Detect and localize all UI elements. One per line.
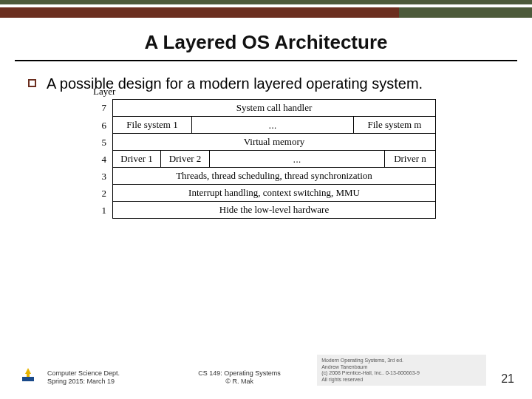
layer-box: Threads, thread scheduling, thread synch…: [112, 168, 436, 185]
layer-box: Driver 2: [161, 151, 210, 168]
decorative-top-bars: [0, 0, 532, 18]
layer-box: File system 1: [112, 117, 192, 134]
layer-diagram: Layer 7 System call handler 6 File syste…: [96, 99, 436, 219]
layer-row-6: 6 File system 1 ... File system m: [96, 117, 436, 134]
layer-number: 1: [96, 205, 112, 216]
layer-box: Driver 1: [112, 151, 161, 168]
footer-dept: Computer Science Dept.: [47, 369, 162, 378]
citation-author: Andrew Tanenbaum: [321, 364, 482, 370]
layer-number: 5: [96, 137, 112, 149]
layer-box: Driver n: [384, 151, 436, 168]
footer-left: Computer Science Dept. Spring 2015: Marc…: [47, 369, 162, 386]
layer-number: 2: [96, 188, 112, 200]
svg-rect-1: [27, 374, 30, 377]
university-logo-icon: [18, 365, 38, 386]
footer-citation: Modern Operating Systems, 3rd ed. Andrew…: [317, 355, 486, 386]
footer-course: CS 149: Operating Systems: [171, 369, 308, 378]
layer-row-7: 7 System call handler: [96, 99, 436, 117]
citation-title: Modern Operating Systems, 3rd ed.: [321, 358, 482, 364]
page-number: 21: [501, 372, 514, 386]
square-bullet-icon: [28, 79, 36, 87]
ellipsis: ...: [192, 117, 353, 134]
layer-box: Interrupt handling, context switching, M…: [112, 185, 436, 202]
layer-number: 3: [96, 171, 112, 183]
layer-row-4: 4 Driver 1 Driver 2 ... Driver n: [96, 151, 436, 168]
footer-center: CS 149: Operating Systems © R. Mak: [171, 369, 308, 386]
layer-row-1: 1 Hide the low-level hardware: [96, 202, 436, 219]
layer-number: 4: [96, 154, 112, 166]
citation-rights: All rights reserved: [321, 377, 482, 383]
slide-title: A Layered OS Architecture: [0, 31, 532, 54]
citation-pub: (c) 2008 Prentice-Hall, Inc.. 0-13-60066…: [321, 370, 482, 376]
ellipsis: ...: [210, 151, 384, 168]
layer-box: Virtual memory: [112, 134, 436, 151]
svg-rect-0: [22, 377, 34, 381]
layer-row-5: 5 Virtual memory: [96, 134, 436, 151]
layer-box: System call handler: [112, 99, 436, 117]
layer-number: 7: [96, 102, 112, 114]
layer-number: 6: [96, 120, 112, 132]
slide-footer: Computer Science Dept. Spring 2015: Marc…: [0, 355, 532, 386]
title-underline: [15, 60, 517, 61]
layer-row-2: 2 Interrupt handling, context switching,…: [96, 185, 436, 202]
footer-author: © R. Mak: [171, 378, 308, 386]
layer-column-heading: Layer: [93, 86, 115, 98]
layer-box: File system m: [353, 117, 436, 134]
layer-box: Hide the low-level hardware: [112, 202, 436, 219]
footer-date: Spring 2015: March 19: [47, 378, 162, 386]
layer-row-3: 3 Threads, thread scheduling, thread syn…: [96, 168, 436, 185]
